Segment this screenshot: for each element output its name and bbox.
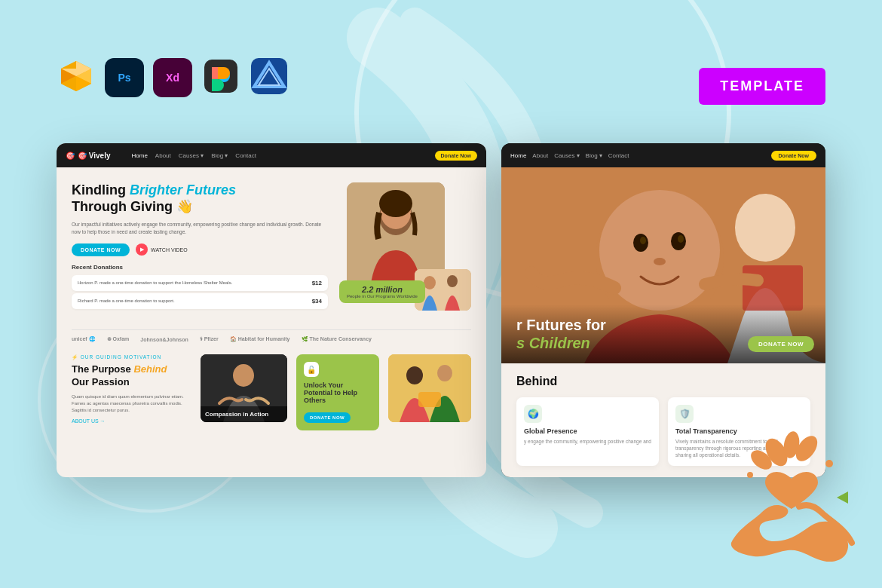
svg-point-40 [825,460,833,467]
right-nav-links: Home About Causes ▾ Blog ▾ Contact [510,152,629,159]
svg-rect-35 [743,265,803,311]
unlock-title: Unlock Your Potential to Help Others [304,381,372,404]
svg-point-21 [233,364,254,387]
unlock-donate-button[interactable]: DONATE NOW [304,412,351,423]
browser-left-mockup: 🎯 🎯 Vively Home About Causes ▾ Blog ▾ Co… [57,143,486,477]
right-nav-causes[interactable]: Causes ▾ [554,152,579,159]
svg-point-32 [678,235,684,243]
partner-oxfam: ⊗ Oxfam [107,336,130,342]
nav-blog[interactable]: Blog ▾ [211,152,228,159]
compassion-card: Compassion in Action [201,354,287,422]
affinity-icon [250,57,289,99]
stat-label: People in Our Programs Worldwide [347,294,418,299]
right-hero-image: r Futures for s Children DONATE NOW [501,167,825,363]
hero-donate-button[interactable]: DONATE NOW [72,243,130,256]
about-us-link[interactable]: ABOUT US → [72,418,191,424]
stat-number: 2.2 million [347,285,418,294]
compassion-overlay: Compassion in Action [201,406,287,422]
below-section: ⚡ OUR GUIDING MOTIVATION The Purpose Beh… [72,354,471,430]
right-bottom-title: Behind [516,375,810,388]
svg-point-19 [447,275,458,287]
right-hero-donate-button[interactable]: DONATE NOW [748,336,814,352]
unlock-card: 🔓 Unlock Your Potential to Help Others D… [296,354,379,430]
tool-icons-row: Ps Xd [57,57,289,99]
xd-icon: Xd [153,58,192,97]
hands-illustration [716,422,867,573]
purpose-column: ⚡ OUR GUIDING MOTIVATION The Purpose Beh… [72,354,191,430]
unlock-icon: 🔓 [304,362,319,377]
right-nav-about[interactable]: About [532,152,548,159]
right-card-presence-title: Global Presence [524,427,651,435]
nav-logo: 🎯 🎯 Vively [66,152,111,160]
partner-unicef: unicef 🌐 [72,336,96,342]
partner-jj: Johnson&Johnson [140,337,188,342]
action-image [388,354,471,422]
svg-point-34 [735,194,795,262]
photoshop-icon: Ps [105,58,144,97]
right-nav-contact[interactable]: Contact [608,152,629,159]
partner-pfizer: ⚕ Pfizer [200,336,219,342]
svg-point-33 [654,258,666,265]
nav-causes[interactable]: Causes ▾ [179,152,204,159]
right-card-presence: 🌍 Global Presence y engage the community… [516,397,659,466]
svg-point-31 [640,237,646,244]
hero-text: Kindling Brighter Futures Through Giving… [72,182,328,318]
action-svg [388,354,471,422]
right-nav-blog[interactable]: Blog ▾ [586,152,602,159]
hero-title: Kindling Brighter Futures Through Giving… [72,182,328,215]
nav-about[interactable]: About [155,152,171,159]
right-nav-donate-button[interactable]: Donate Now [771,151,816,161]
browser-body: Kindling Brighter Futures Through Giving… [57,167,486,446]
svg-point-18 [424,276,436,289]
section-label: ⚡ OUR GUIDING MOTIVATION [72,354,191,360]
recent-donations: Recent Donations Horizon P. made a one-t… [72,264,328,309]
hero-description: Our impactful initiatives actively engag… [72,221,328,236]
purpose-title: The Purpose Behind Our Passion [72,363,191,389]
hero-section: Kindling Brighter Futures Through Giving… [72,182,471,318]
nav-home[interactable]: Home [132,152,148,159]
svg-point-23 [406,366,423,384]
donation-item-1: Horizon P. made a one-time donation to s… [72,275,328,291]
purpose-text: Quam quisque id diam quam elementum pulv… [72,394,191,414]
right-card-transparency-icon: 🛡️ [675,405,694,423]
nav-contact[interactable]: Contact [235,152,256,159]
right-nav-home[interactable]: Home [510,152,526,159]
right-hero-overlay: r Futures for s Children [501,305,825,363]
partners-row: unicef 🌐 ⊗ Oxfam Johnson&Johnson ⚕ Pfize… [72,329,471,348]
right-card-presence-text: y engage the community, empowering posit… [524,438,651,445]
stat-badge: 2.2 million People in Our Programs World… [339,280,425,303]
template-badge[interactable]: TEMPLATE [699,68,825,105]
svg-point-24 [437,365,452,381]
svg-marker-42 [837,492,848,504]
figma-icon [201,57,240,99]
compassion-text: Compassion in Action [205,411,283,418]
left-browser-nav: 🎯 🎯 Vively Home About Causes ▾ Blog ▾ Co… [57,143,486,167]
donation-item-2: Richard P. made a one-time donation to s… [72,293,328,309]
right-browser-nav: Home About Causes ▾ Blog ▾ Contact Donat… [501,143,825,167]
svg-point-16 [379,190,412,217]
main-content-area: 🎯 🎯 Vively Home About Causes ▾ Blog ▾ Co… [57,143,825,477]
partner-nature: 🌿 The Nature Conservancy [302,336,372,342]
svg-rect-25 [418,392,441,407]
hero-buttons: DONATE NOW ▶ WATCH VIDEO [72,243,328,256]
svg-point-41 [747,472,753,478]
hero-images: 2.2 million People in Our Programs World… [339,182,471,318]
right-card-presence-icon: 🌍 [524,405,542,423]
hero-watch-button[interactable]: ▶ WATCH VIDEO [136,243,188,256]
svg-rect-22 [388,354,471,422]
sketch-icon [57,57,96,99]
recent-donations-title: Recent Donations [72,264,328,271]
nav-links: Home About Causes ▾ Blog ▾ Contact [132,152,256,159]
hero-title-highlight: Brighter Futures [130,182,236,198]
play-icon: ▶ [136,243,148,256]
nav-donate-button[interactable]: Donate Now [435,151,477,161]
partner-habitat: 🏠 Habitat for Humanity [230,336,290,342]
